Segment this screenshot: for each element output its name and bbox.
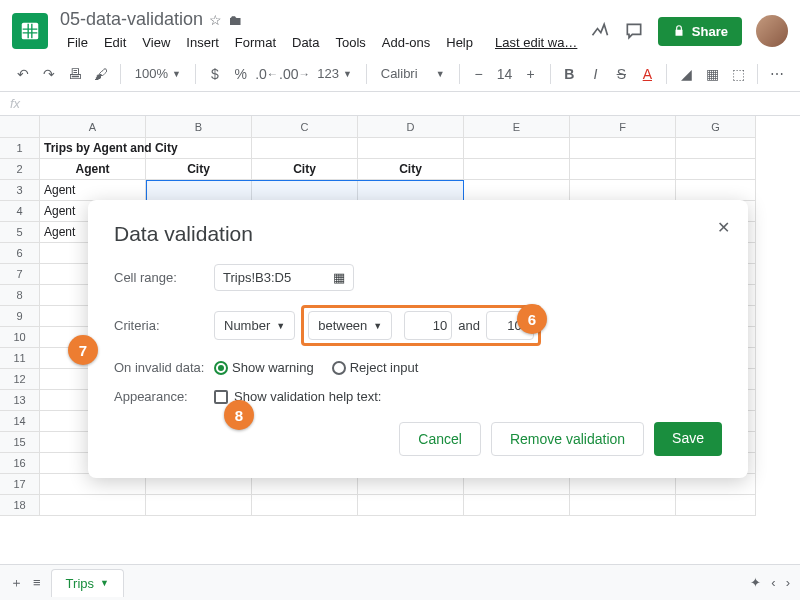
row-header[interactable]: 18 <box>0 495 40 516</box>
formula-bar[interactable]: fx <box>0 92 800 116</box>
grid-picker-icon[interactable]: ▦ <box>333 270 345 285</box>
remove-validation-button[interactable]: Remove validation <box>491 422 644 456</box>
cell[interactable] <box>464 138 570 159</box>
add-sheet-icon[interactable]: ＋ <box>10 574 23 592</box>
text-color-button[interactable]: A <box>636 62 658 86</box>
sheet-menu-icon[interactable]: ▼ <box>100 578 109 588</box>
cell[interactable]: Agent <box>40 159 146 180</box>
comment-icon[interactable] <box>624 21 644 41</box>
cell[interactable] <box>146 495 252 516</box>
row-header[interactable]: 6 <box>0 243 40 264</box>
col-header[interactable]: F <box>570 116 676 138</box>
font-size-minus[interactable]: − <box>468 62 490 86</box>
col-header[interactable]: C <box>252 116 358 138</box>
cell[interactable]: Trips by Agent and City <box>40 138 146 159</box>
cell[interactable] <box>570 138 676 159</box>
col-header[interactable]: D <box>358 116 464 138</box>
cell[interactable] <box>676 180 756 201</box>
star-icon[interactable]: ☆ <box>209 12 222 28</box>
help-text-checkbox[interactable] <box>214 390 228 404</box>
doc-title[interactable]: 05-data-validation <box>60 9 203 30</box>
redo-icon[interactable]: ↷ <box>38 62 60 86</box>
increase-decimal-button[interactable]: .00→ <box>282 62 308 86</box>
sheet-tab[interactable]: Trips ▼ <box>51 569 124 597</box>
undo-icon[interactable]: ↶ <box>12 62 34 86</box>
reject-input-radio[interactable] <box>332 361 346 375</box>
cell[interactable] <box>358 180 464 201</box>
menu-data[interactable]: Data <box>285 32 326 53</box>
paint-format-icon[interactable]: 🖌 <box>90 62 112 86</box>
share-button[interactable]: Share <box>658 17 742 46</box>
decrease-decimal-button[interactable]: .0← <box>256 62 278 86</box>
scroll-right-icon[interactable]: › <box>786 575 790 590</box>
cell[interactable] <box>252 495 358 516</box>
cell[interactable] <box>146 138 252 159</box>
cell[interactable]: City <box>252 159 358 180</box>
save-button[interactable]: Save <box>654 422 722 456</box>
row-header[interactable]: 3 <box>0 180 40 201</box>
cell[interactable] <box>570 159 676 180</box>
col-header[interactable]: G <box>676 116 756 138</box>
italic-button[interactable]: I <box>584 62 606 86</box>
cell[interactable] <box>464 180 570 201</box>
cell[interactable] <box>464 159 570 180</box>
menu-edit[interactable]: Edit <box>97 32 133 53</box>
cell[interactable] <box>358 495 464 516</box>
cell[interactable] <box>464 495 570 516</box>
criteria-type-dropdown[interactable]: Number▼ <box>214 311 295 340</box>
cell[interactable]: Agent <box>40 180 146 201</box>
last-edit-link[interactable]: Last edit wa… <box>488 32 584 53</box>
menu-file[interactable]: File <box>60 32 95 53</box>
col-header[interactable]: A <box>40 116 146 138</box>
cell[interactable]: City <box>358 159 464 180</box>
bold-button[interactable]: B <box>558 62 580 86</box>
percent-button[interactable]: % <box>230 62 252 86</box>
activity-icon[interactable] <box>590 21 610 41</box>
cell[interactable] <box>252 138 358 159</box>
criteria-op-dropdown[interactable]: between▼ <box>308 311 392 340</box>
menu-format[interactable]: Format <box>228 32 283 53</box>
zoom-dropdown[interactable]: 100%▼ <box>129 66 187 81</box>
row-header[interactable]: 13 <box>0 390 40 411</box>
strike-button[interactable]: S <box>610 62 632 86</box>
row-header[interactable]: 17 <box>0 474 40 495</box>
cell[interactable] <box>570 495 676 516</box>
explore-icon[interactable]: ✦ <box>750 575 761 590</box>
criteria-min-input[interactable]: 10 <box>404 311 452 340</box>
fill-color-icon[interactable]: ◢ <box>675 62 697 86</box>
cell[interactable] <box>676 495 756 516</box>
select-all-corner[interactable] <box>0 116 40 138</box>
row-header[interactable]: 7 <box>0 264 40 285</box>
cell[interactable] <box>358 138 464 159</box>
cell[interactable] <box>676 138 756 159</box>
menu-addons[interactable]: Add-ons <box>375 32 437 53</box>
show-warning-radio[interactable] <box>214 361 228 375</box>
menu-tools[interactable]: Tools <box>328 32 372 53</box>
cell-range-input[interactable]: Trips!B3:D5 ▦ <box>214 264 354 291</box>
row-header[interactable]: 12 <box>0 369 40 390</box>
borders-icon[interactable]: ▦ <box>701 62 723 86</box>
merge-cells-icon[interactable]: ⬚ <box>727 62 749 86</box>
row-header[interactable]: 2 <box>0 159 40 180</box>
row-header[interactable]: 16 <box>0 453 40 474</box>
row-header[interactable]: 15 <box>0 432 40 453</box>
cell[interactable] <box>676 159 756 180</box>
currency-button[interactable]: $ <box>204 62 226 86</box>
print-icon[interactable]: 🖶 <box>64 62 86 86</box>
font-size-plus[interactable]: + <box>520 62 542 86</box>
number-format-dropdown[interactable]: 123▼ <box>311 66 358 81</box>
col-header[interactable]: B <box>146 116 252 138</box>
font-dropdown[interactable]: Calibri▼ <box>375 66 451 81</box>
row-header[interactable]: 14 <box>0 411 40 432</box>
row-header[interactable]: 8 <box>0 285 40 306</box>
more-icon[interactable]: ⋯ <box>766 62 788 86</box>
cell[interactable] <box>252 180 358 201</box>
col-header[interactable]: E <box>464 116 570 138</box>
font-size-value[interactable]: 14 <box>494 62 516 86</box>
cell[interactable] <box>40 495 146 516</box>
all-sheets-icon[interactable]: ≡ <box>33 575 41 590</box>
cell[interactable]: City <box>146 159 252 180</box>
cell[interactable] <box>570 180 676 201</box>
row-header[interactable]: 5 <box>0 222 40 243</box>
row-header[interactable]: 1 <box>0 138 40 159</box>
